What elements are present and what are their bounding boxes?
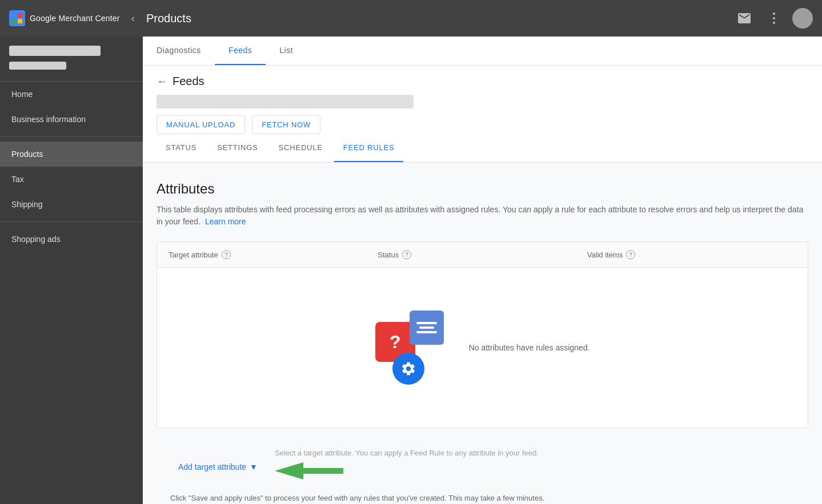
attributes-table: Target attribute ? Status ? Valid items …: [157, 241, 808, 428]
empty-state: ?: [352, 288, 613, 408]
empty-message: No attributes have rules assigned.: [469, 343, 590, 352]
svg-point-4: [773, 13, 775, 15]
gmc-logo: Google Merchant Center: [9, 10, 120, 26]
svg-rect-2: [12, 19, 17, 23]
sub-nav-feeds[interactable]: Feeds: [215, 37, 266, 65]
tab-status[interactable]: STATUS: [157, 134, 206, 162]
learn-more-link[interactable]: Learn more: [205, 217, 246, 226]
topbar-title: Products: [146, 12, 733, 25]
valid-items-help-icon[interactable]: ?: [626, 250, 635, 259]
tab-bar: STATUS SETTINGS SCHEDULE FEED RULES: [143, 134, 822, 163]
sidebar-nav: Home Business information Products Tax S…: [0, 82, 143, 252]
main-layout: Home Business information Products Tax S…: [0, 37, 822, 504]
feeds-back-label: Feeds: [173, 75, 205, 88]
feed-title-blurred: [157, 95, 414, 108]
sidebar-item-home[interactable]: Home: [0, 82, 143, 107]
topbar: Google Merchant Center ‹ Products: [0, 0, 822, 37]
add-target-attribute-button[interactable]: Add target attribute ▼: [170, 458, 266, 476]
account-id: [9, 62, 66, 70]
doc-line-3: [416, 331, 437, 333]
sidebar-item-shopping-ads[interactable]: Shopping ads: [0, 227, 143, 252]
doc-line-1: [416, 322, 437, 324]
dropdown-arrow-icon: ▼: [250, 462, 258, 471]
fetch-now-button[interactable]: FETCH NOW: [252, 115, 320, 134]
sidebar-divider-1: [0, 136, 143, 137]
svg-point-5: [773, 17, 775, 19]
gmc-logo-icon: [9, 10, 25, 26]
blue-gear-icon: [392, 353, 424, 385]
collapse-icon[interactable]: ‹: [131, 13, 135, 25]
add-attr-hint-text: Select a target attribute. You can apply…: [275, 449, 539, 457]
sub-nav-diagnostics[interactable]: Diagnostics: [143, 37, 215, 65]
topbar-actions: [733, 7, 813, 30]
table-header: Target attribute ? Status ? Valid items …: [157, 242, 808, 268]
manual-upload-button[interactable]: MANUAL UPLOAD: [157, 115, 245, 134]
feeds-actions: MANUAL UPLOAD FETCH NOW: [157, 115, 808, 134]
topbar-left: Google Merchant Center ‹: [9, 10, 146, 26]
svg-rect-3: [18, 19, 22, 23]
svg-rect-1: [18, 13, 22, 18]
tab-feed-rules[interactable]: FEED RULES: [334, 134, 404, 162]
attributes-title: Attributes: [157, 181, 808, 197]
tab-settings[interactable]: SETTINGS: [208, 134, 267, 162]
attributes-desc: This table displays attributes with feed…: [157, 204, 808, 228]
svg-marker-7: [275, 462, 343, 479]
main-content: ← Feeds MANUAL UPLOAD FETCH NOW STATUS S…: [143, 66, 822, 504]
col-status: Status ?: [378, 250, 587, 259]
sidebar: Home Business information Products Tax S…: [0, 37, 143, 504]
col-valid-items: Valid items ?: [587, 250, 796, 259]
sidebar-item-business-information[interactable]: Business information: [0, 107, 143, 132]
gmc-logo-text: Google Merchant Center: [30, 14, 120, 23]
more-vert-icon[interactable]: [763, 7, 785, 30]
avatar[interactable]: [792, 8, 813, 29]
content-area: Diagnostics Feeds List ← Feeds MANUAL UP…: [143, 37, 822, 504]
attributes-section: Attributes This table displays attribute…: [143, 163, 822, 504]
save-hint: Click "Save and apply rules" to process …: [157, 494, 808, 504]
add-attr-row: Add target attribute ▼ Select a target a…: [157, 440, 808, 494]
sidebar-account: [0, 37, 143, 82]
feeds-header: ← Feeds MANUAL UPLOAD FETCH NOW: [143, 66, 822, 134]
account-name: [9, 46, 101, 56]
sidebar-item-products[interactable]: Products: [0, 142, 143, 167]
sidebar-item-shipping[interactable]: Shipping: [0, 192, 143, 217]
green-arrow-icon: [275, 459, 343, 482]
status-help-icon[interactable]: ?: [402, 250, 411, 259]
tab-schedule[interactable]: SCHEDULE: [270, 134, 332, 162]
feeds-back-button[interactable]: ← Feeds: [157, 75, 808, 88]
target-attribute-help-icon[interactable]: ?: [222, 250, 231, 259]
doc-line-2: [419, 326, 434, 329]
svg-rect-0: [12, 13, 17, 18]
sub-nav-list[interactable]: List: [266, 37, 307, 65]
mail-icon[interactable]: [733, 7, 756, 30]
svg-point-6: [773, 22, 775, 24]
col-target-attribute: Target attribute ?: [169, 250, 378, 259]
sidebar-item-tax[interactable]: Tax: [0, 167, 143, 192]
sidebar-divider-2: [0, 221, 143, 222]
blue-doc-icon: [410, 311, 444, 345]
sub-nav: Diagnostics Feeds List: [143, 37, 822, 66]
table-body-empty: ?: [157, 268, 808, 428]
back-arrow-icon: ←: [157, 75, 168, 88]
empty-icon-group: ?: [375, 311, 444, 385]
